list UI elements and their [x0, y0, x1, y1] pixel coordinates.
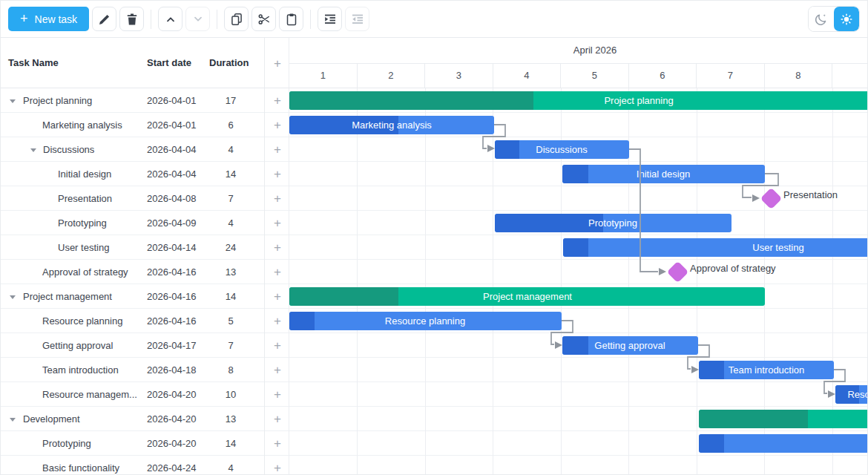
toolbar-separator — [310, 10, 311, 29]
theme-toggle — [808, 6, 860, 32]
trash-icon — [125, 12, 139, 27]
task-row[interactable]: Getting approval2026-04-177 — [1, 333, 264, 358]
add-task-plus-icon[interactable]: + — [265, 333, 290, 358]
add-task-plus-icon[interactable]: + — [265, 235, 290, 260]
task-start-date: 2026-04-20 — [147, 431, 197, 456]
day-header-cell — [832, 63, 868, 88]
task-row[interactable]: Prototyping2026-04-094 — [1, 211, 264, 235]
task-duration: 5 — [209, 309, 252, 333]
dependency-link[interactable] — [551, 321, 573, 344]
cut-button[interactable] — [251, 7, 276, 31]
task-name: Marketing analysis — [42, 113, 122, 137]
chevron-down-icon — [191, 12, 206, 27]
column-header-duration[interactable]: Duration — [209, 38, 249, 88]
task-row[interactable]: Resource planning2026-04-165 — [1, 309, 264, 333]
task-start-date: 2026-04-01 — [147, 88, 197, 113]
move-up-button[interactable] — [158, 7, 183, 31]
add-task-plus-icon[interactable]: + — [265, 88, 290, 113]
task-duration: 13 — [209, 407, 252, 431]
task-duration: 14 — [209, 284, 252, 309]
task-row[interactable]: Marketing analysis2026-04-016 — [1, 113, 264, 137]
dependency-link[interactable] — [483, 125, 505, 148]
task-name: Basic functionality — [42, 456, 119, 475]
task-start-date: 2026-04-24 — [147, 456, 197, 475]
task-row[interactable]: Basic functionality2026-04-244 — [1, 456, 264, 475]
task-row[interactable]: Presentation2026-04-087 — [1, 186, 264, 211]
scissors-icon — [257, 12, 272, 27]
task-row[interactable]: Development2026-04-2013 — [1, 407, 264, 431]
task-row[interactable]: Discussions2026-04-044 — [1, 137, 264, 162]
expand-caret-icon[interactable] — [10, 418, 16, 422]
column-header-task-name[interactable]: Task Name — [8, 38, 59, 88]
add-task-plus-icon[interactable]: + — [265, 186, 290, 211]
task-duration: 7 — [209, 333, 252, 358]
add-task-plus-icon[interactable]: + — [265, 431, 290, 456]
task-start-date: 2026-04-20 — [147, 382, 197, 407]
column-header-start-date[interactable]: Start date — [147, 38, 191, 88]
task-start-date: 2026-04-04 — [147, 137, 197, 162]
day-header-cell: 6 — [629, 63, 697, 88]
add-task-plus-icon[interactable]: + — [265, 309, 290, 333]
task-row[interactable]: Project management2026-04-1614 — [1, 284, 264, 309]
add-column-header-plus-icon[interactable]: + — [265, 51, 290, 76]
link-arrow-icon — [691, 366, 699, 373]
indent-button[interactable] — [318, 7, 342, 31]
task-row[interactable]: Team introduction2026-04-188 — [1, 358, 264, 382]
month-label: April 2026 — [573, 38, 617, 63]
gantt-app: + New task Task — [0, 0, 868, 475]
new-task-button[interactable]: + New task — [8, 7, 89, 31]
add-task-plus-icon[interactable]: + — [265, 456, 290, 475]
expand-caret-icon[interactable] — [10, 295, 16, 299]
add-task-plus-icon[interactable]: + — [265, 260, 290, 284]
dependency-links-layer — [289, 88, 868, 474]
task-name: Prototyping — [42, 431, 91, 456]
task-duration: 4 — [209, 211, 252, 235]
task-duration: 7 — [209, 186, 252, 211]
add-task-plus-icon[interactable]: + — [265, 284, 290, 309]
task-start-date: 2026-04-18 — [147, 358, 197, 382]
edit-button[interactable] — [92, 7, 116, 31]
task-duration: 17 — [209, 88, 252, 113]
dependency-link[interactable] — [629, 149, 658, 272]
task-row[interactable]: Initial design2026-04-0414 — [1, 162, 264, 186]
copy-icon — [229, 12, 244, 27]
gantt-chart-area: Project planningMarketing analysisDiscus… — [289, 88, 868, 474]
light-mode-button[interactable] — [834, 7, 859, 31]
task-name: Development — [23, 407, 80, 431]
paste-button[interactable] — [279, 7, 303, 31]
add-task-plus-icon[interactable]: + — [265, 382, 290, 407]
task-row[interactable]: User testing2026-04-1424 — [1, 235, 264, 260]
delete-button[interactable] — [119, 7, 144, 31]
task-name: Resource managem... — [42, 382, 137, 407]
link-arrow-icon — [659, 268, 666, 275]
dependency-link[interactable] — [743, 174, 778, 197]
task-start-date: 2026-04-09 — [147, 211, 197, 235]
add-task-plus-icon[interactable]: + — [265, 113, 290, 137]
task-duration: 24 — [209, 235, 252, 260]
copy-button[interactable] — [224, 7, 249, 31]
add-task-plus-icon[interactable]: + — [265, 358, 290, 382]
add-task-plus-icon[interactable]: + — [265, 162, 290, 186]
add-task-plus-icon[interactable]: + — [265, 407, 290, 431]
task-duration: 10 — [209, 382, 252, 407]
task-start-date: 2026-04-16 — [147, 260, 197, 284]
task-row[interactable]: Project planning2026-04-0117 — [1, 88, 264, 113]
task-start-date: 2026-04-01 — [147, 113, 197, 137]
dark-mode-button[interactable] — [809, 7, 834, 31]
dependency-link[interactable] — [688, 345, 709, 369]
link-arrow-icon — [555, 341, 562, 349]
task-duration: 8 — [209, 358, 252, 382]
new-task-label: New task — [35, 13, 78, 25]
indent-icon — [323, 12, 338, 27]
task-row[interactable]: Approval of strategy2026-04-1613 — [1, 260, 264, 284]
add-task-plus-icon[interactable]: + — [265, 211, 290, 235]
dependency-link[interactable] — [824, 370, 845, 393]
task-row[interactable]: Resource managem...2026-04-2010 — [1, 382, 264, 407]
toolbar-separator — [151, 10, 151, 29]
add-task-plus-icon[interactable]: + — [265, 137, 290, 162]
task-duration: 14 — [209, 431, 252, 456]
task-start-date: 2026-04-20 — [147, 407, 197, 431]
expand-caret-icon[interactable] — [30, 148, 36, 152]
expand-caret-icon[interactable] — [10, 99, 16, 103]
task-row[interactable]: Prototyping2026-04-2014 — [1, 431, 264, 456]
